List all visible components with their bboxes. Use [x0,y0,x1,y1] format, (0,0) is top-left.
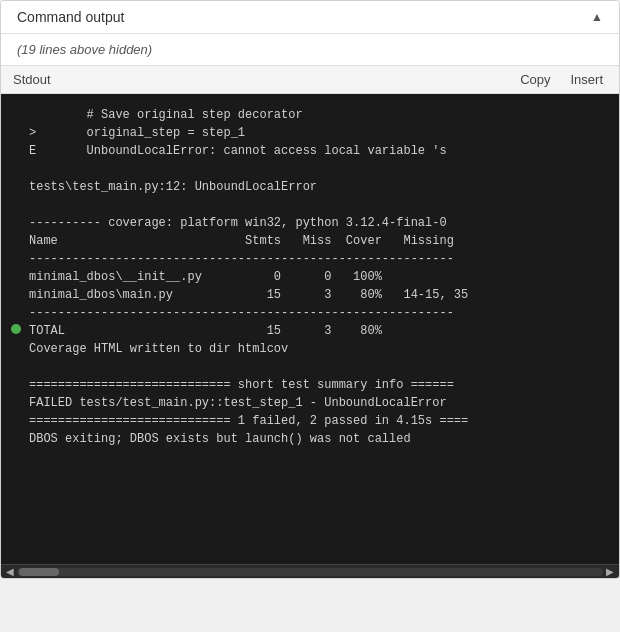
code-output: # Save original step decorator > origina… [1,94,619,460]
command-output-panel: Command output ▲ (19 lines above hidden)… [0,0,620,579]
scrollbar-thumb[interactable] [19,568,59,576]
code-output-container: # Save original step decorator > origina… [1,94,619,564]
copy-button[interactable]: Copy [516,70,554,89]
stdout-toolbar: Stdout Copy Insert [1,65,619,94]
insert-button[interactable]: Insert [566,70,607,89]
panel-title: Command output [17,9,124,25]
collapse-icon[interactable]: ▲ [591,10,603,24]
hidden-lines-notice: (19 lines above hidden) [1,34,619,65]
horizontal-scrollbar[interactable]: ◀ ▶ [1,564,619,578]
scrollbar-track[interactable] [17,568,603,576]
panel-header: Command output ▲ [1,1,619,34]
toolbar-actions: Copy Insert [516,70,607,89]
scroll-left-icon[interactable]: ◀ [3,566,17,577]
stdout-label: Stdout [13,72,51,87]
scroll-right-icon[interactable]: ▶ [603,566,617,577]
status-dot [11,324,21,334]
